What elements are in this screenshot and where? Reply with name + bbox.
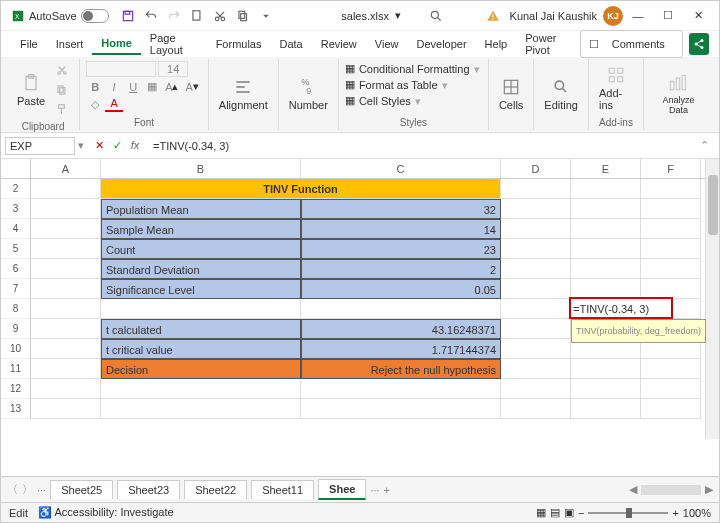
tab-nav-prev-icon[interactable]: 〉	[22, 482, 33, 497]
font-increase-button[interactable]: A▴	[162, 79, 181, 94]
tab-nav-first-icon[interactable]: 〈	[7, 482, 18, 497]
font-name-select[interactable]	[86, 61, 156, 77]
fill-color-button[interactable]: ◇	[86, 96, 104, 112]
col-header-b[interactable]: B	[101, 159, 301, 178]
font-decrease-button[interactable]: A▾	[182, 79, 201, 94]
cell-c11[interactable]: Reject the null hypothesis	[301, 359, 501, 379]
cell-b11[interactable]: Decision	[101, 359, 301, 379]
accessibility-status[interactable]: ♿ Accessibility: Investigate	[38, 506, 174, 519]
tab-more-right-icon[interactable]: ···	[370, 484, 379, 496]
comments-button[interactable]: ☐ Comments	[580, 30, 683, 58]
zoom-out-icon[interactable]: −	[578, 507, 584, 519]
cell-c10[interactable]: 1.717144374	[301, 339, 501, 359]
menu-pagelayout[interactable]: Page Layout	[141, 28, 207, 60]
new-sheet-icon[interactable]: +	[384, 484, 390, 496]
editing-button[interactable]: Editing	[540, 75, 582, 113]
table-title[interactable]: TINV Function	[101, 179, 501, 199]
redo-icon[interactable]	[165, 7, 183, 25]
view-page-icon[interactable]: ▤	[550, 506, 560, 519]
menu-insert[interactable]: Insert	[47, 34, 93, 54]
horiz-scrollbar[interactable]	[641, 485, 701, 495]
search-icon[interactable]	[427, 7, 445, 25]
tab-sheet22[interactable]: Sheet22	[184, 480, 247, 499]
zoom-level[interactable]: 100%	[683, 507, 711, 519]
menu-formulas[interactable]: Formulas	[207, 34, 271, 54]
fx-icon[interactable]: fx	[127, 139, 143, 152]
copy-icon[interactable]	[234, 7, 252, 25]
menu-help[interactable]: Help	[476, 34, 517, 54]
autosave-toggle[interactable]: AutoSave	[29, 9, 109, 23]
cell-c3[interactable]: 32	[301, 199, 501, 219]
formatpainter-icon[interactable]	[53, 101, 71, 119]
share-button[interactable]	[689, 33, 709, 55]
cell-c5[interactable]: 23	[301, 239, 501, 259]
col-header-c[interactable]: C	[301, 159, 501, 178]
toggle-switch[interactable]	[81, 9, 109, 23]
cell-c6[interactable]: 2	[301, 259, 501, 279]
tab-sheet11[interactable]: Sheet11	[251, 480, 314, 499]
minimize-button[interactable]: —	[623, 4, 653, 28]
zoom-slider[interactable]	[588, 512, 668, 514]
enter-formula-icon[interactable]: ✓	[109, 139, 125, 152]
cell-c4[interactable]: 14	[301, 219, 501, 239]
tab-sheet23[interactable]: Sheet23	[117, 480, 180, 499]
formula-editing-box[interactable]: =TINV(-0.34, 3)	[569, 297, 673, 319]
namebox-dropdown-icon[interactable]: ▾	[75, 139, 87, 152]
filename-text[interactable]: sales.xlsx	[341, 10, 389, 22]
col-header-a[interactable]: A	[31, 159, 101, 178]
close-button[interactable]: ✕	[683, 4, 713, 28]
cell-c7[interactable]: 0.05	[301, 279, 501, 299]
number-button[interactable]: %9Number	[285, 75, 332, 113]
zoom-in-icon[interactable]: +	[672, 507, 678, 519]
border-button[interactable]: ▦	[143, 79, 161, 94]
cell-b5[interactable]: Count	[101, 239, 301, 259]
cell-b7[interactable]: Significance Level	[101, 279, 301, 299]
tab-more-left-icon[interactable]: ···	[37, 484, 46, 496]
cell-styles-button[interactable]: ▦Cell Styles ▾	[345, 93, 421, 108]
cell-b4[interactable]: Sample Mean	[101, 219, 301, 239]
cancel-formula-icon[interactable]: ✕	[91, 139, 107, 152]
name-box[interactable]: EXP	[5, 137, 75, 155]
bold-button[interactable]: B	[86, 79, 104, 94]
cell-b6[interactable]: Standard Deviation	[101, 259, 301, 279]
horiz-scroll-left-icon[interactable]: ◀	[629, 483, 637, 496]
cell-c9[interactable]: 43.16248371	[301, 319, 501, 339]
qat-dropdown-icon[interactable]	[257, 7, 275, 25]
user-avatar[interactable]: KJ	[603, 6, 623, 26]
view-break-icon[interactable]: ▣	[564, 506, 574, 519]
menu-data[interactable]: Data	[270, 34, 311, 54]
paste-button[interactable]: Paste	[13, 71, 49, 109]
underline-button[interactable]: U	[124, 79, 142, 94]
view-normal-icon[interactable]: ▦	[536, 506, 546, 519]
tab-active[interactable]: Shee	[318, 479, 366, 500]
tab-sheet25[interactable]: Sheet25	[50, 480, 113, 499]
menu-review[interactable]: Review	[312, 34, 366, 54]
alignment-button[interactable]: Alignment	[215, 75, 272, 113]
analyze-button[interactable]: Analyze Data	[650, 71, 707, 117]
warning-icon[interactable]	[484, 7, 502, 25]
font-size-select[interactable]: 14	[158, 61, 188, 77]
cut-ribbon-icon[interactable]	[53, 61, 71, 79]
cut-icon[interactable]	[211, 7, 229, 25]
addins-button[interactable]: Add-ins	[595, 63, 637, 113]
cell-b10[interactable]: t critical value	[101, 339, 301, 359]
font-color-button[interactable]: A	[105, 96, 123, 112]
save-icon[interactable]	[119, 7, 137, 25]
copy-ribbon-icon[interactable]	[53, 81, 71, 99]
undo-icon[interactable]	[142, 7, 160, 25]
expand-formula-icon[interactable]: ⌃	[700, 139, 715, 152]
col-header-f[interactable]: F	[641, 159, 701, 178]
formula-input[interactable]: =TINV(-0.34, 3)	[147, 138, 700, 154]
menu-view[interactable]: View	[366, 34, 408, 54]
filename-dropdown-icon[interactable]: ▾	[395, 9, 401, 22]
menu-developer[interactable]: Developer	[407, 34, 475, 54]
menu-file[interactable]: File	[11, 34, 47, 54]
vertical-scrollbar[interactable]	[705, 159, 719, 439]
menu-powerpivot[interactable]: Power Pivot	[516, 28, 579, 60]
cells-button[interactable]: Cells	[495, 75, 527, 113]
col-header-e[interactable]: E	[571, 159, 641, 178]
cell-b3[interactable]: Population Mean	[101, 199, 301, 219]
cell-e8-active[interactable]: =TINV(-0.34, 3)TINV(probability, deg_fre…	[571, 299, 641, 319]
cell-b9[interactable]: t calculated	[101, 319, 301, 339]
italic-button[interactable]: I	[105, 79, 123, 94]
